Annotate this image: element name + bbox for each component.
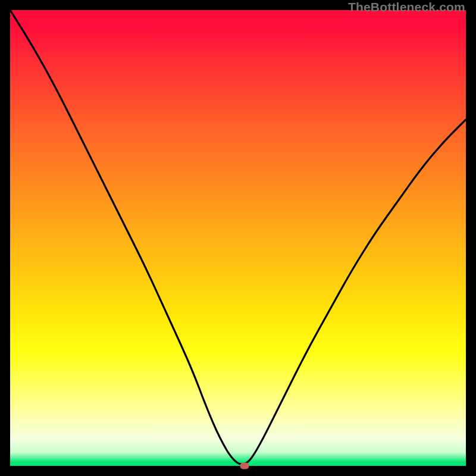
- curve-path: [10, 10, 466, 464]
- bottleneck-curve: [10, 10, 466, 466]
- plot-area: [10, 10, 466, 466]
- optimal-marker: [240, 463, 249, 469]
- watermark-text: TheBottleneck.com: [348, 0, 465, 14]
- chart-frame: TheBottleneck.com: [0, 0, 476, 476]
